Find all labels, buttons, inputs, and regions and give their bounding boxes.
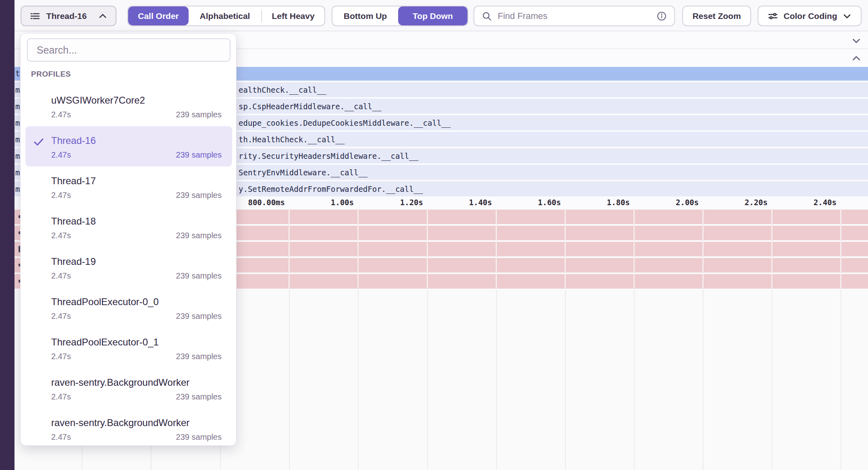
direction-toggle-group: Bottom Up Top Down: [332, 6, 468, 26]
profile-duration: 2.47s: [51, 312, 71, 321]
search-icon: [482, 11, 492, 21]
profile-samples: 239 samples: [176, 271, 222, 281]
chevron-up-icon: [98, 11, 108, 21]
frame-label-fragment: m: [15, 152, 20, 160]
profile-duration: 2.47s: [51, 433, 71, 442]
direction-option-top-down[interactable]: Top Down: [398, 6, 467, 25]
sort-option-alphabetical[interactable]: Alphabetical: [189, 6, 261, 25]
profile-name: ThreadPoolExecutor-0_1: [51, 337, 159, 348]
time-tick: 1.20s: [343, 198, 423, 207]
time-tick: 1.80s: [549, 198, 630, 207]
grid-line: [357, 209, 359, 289]
profile-item[interactable]: uWSGIWorker7Core2 2.47s 239 samples: [25, 86, 232, 126]
profile-item[interactable]: Thread-18 2.47s 239 samples: [25, 207, 232, 247]
frame-label-fragment: m: [15, 85, 20, 94]
profiles-section-label: PROFILES: [31, 70, 71, 79]
grid-line: [703, 289, 704, 470]
profile-name: Thread-18: [51, 216, 96, 227]
thread-selector-label: Thread-16: [46, 11, 87, 21]
frame-label-fragment: m: [15, 135, 20, 144]
profile-item[interactable]: ThreadPoolExecutor-0_1 2.47s 239 samples: [25, 328, 232, 368]
profile-duration: 2.47s: [51, 231, 71, 240]
grid-line: [358, 289, 359, 470]
profile-name: uWSGIWorker7Core2: [51, 95, 145, 106]
profile-duration: 2.47s: [51, 352, 71, 361]
profile-name: Thread-16: [51, 135, 96, 146]
sort-option-left-heavy[interactable]: Left Heavy: [262, 6, 324, 25]
reset-zoom-button[interactable]: Reset Zoom: [682, 6, 751, 26]
profile-item-selected[interactable]: Thread-16 2.47s 239 samples: [25, 126, 232, 166]
thread-dropdown-panel: PROFILES uWSGIWorker7Core2 2.47s 239 sam…: [20, 33, 237, 446]
color-coding-button[interactable]: Color Coding: [758, 6, 862, 26]
frame-label-fragment: m: [15, 102, 20, 111]
dropdown-search-input[interactable]: [27, 38, 230, 62]
find-frames-input[interactable]: [498, 11, 651, 21]
frame-label-fragment: m: [15, 185, 20, 193]
grid-line: [289, 209, 290, 289]
find-frames-field[interactable]: [473, 6, 675, 26]
grid-line: [496, 289, 497, 470]
time-tick: 1.60s: [480, 198, 561, 207]
profile-name: ThreadPoolExecutor-0_0: [51, 296, 159, 308]
profile-samples: 239 samples: [176, 433, 222, 442]
frame-label-fragment: m: [15, 168, 20, 177]
time-tick: 2.00s: [618, 198, 699, 207]
profile-name: Thread-19: [51, 256, 96, 267]
profile-name: raven-sentry.BackgroundWorker: [51, 417, 189, 428]
grid-line: [427, 209, 428, 289]
profile-duration: 2.47s: [51, 392, 71, 401]
profile-item[interactable]: Thread-17 2.47s 239 samples: [25, 166, 232, 207]
grid-line: [772, 289, 772, 470]
frame-label: sp.CspHeaderMiddleware.__call__: [239, 102, 382, 111]
color-coding-label: Color Coding: [784, 11, 837, 21]
profile-duration: 2.47s: [51, 110, 71, 119]
profile-samples: 239 samples: [176, 191, 222, 200]
profile-item[interactable]: ThreadPoolExecutor-0_0 2.47s 239 samples: [25, 287, 232, 328]
frame-label: rity.SecurityHeadersMiddleware.__call__: [239, 152, 418, 160]
profile-samples: 239 samples: [176, 392, 222, 401]
time-tick: 2.40s: [756, 198, 837, 207]
sort-option-call-order[interactable]: Call Order: [128, 6, 189, 25]
grid-line: [840, 209, 841, 289]
grid-line: [841, 289, 841, 470]
info-icon[interactable]: [656, 11, 667, 21]
chevron-down-icon[interactable]: [851, 35, 862, 46]
profile-item[interactable]: raven-sentry.BackgroundWorker 2.47s 239 …: [25, 408, 232, 449]
frame-label-fragment: m: [15, 119, 20, 127]
time-tick: 2.20s: [687, 198, 768, 207]
profile-samples: 239 samples: [176, 312, 222, 321]
grid-line: [633, 209, 635, 289]
frame-label: th.HealthCheck.__call__: [239, 135, 345, 144]
grid-line: [702, 209, 704, 289]
profile-item[interactable]: Thread-19 2.47s 239 samples: [25, 247, 232, 287]
time-tick: 1.00s: [273, 198, 354, 207]
profile-samples: 239 samples: [176, 150, 222, 160]
frame-label: edupe_cookies.DedupeCookiesMiddleware.__…: [239, 119, 451, 127]
profile-item[interactable]: raven-sentry.BackgroundWorker 2.47s 239 …: [25, 368, 232, 408]
direction-option-bottom-up[interactable]: Bottom Up: [332, 6, 398, 25]
sort-toggle-group: Call Order Alphabetical Left Heavy: [127, 6, 325, 26]
frame-label: SentryEnvMiddleware.__call__: [239, 168, 368, 177]
profile-name: raven-sentry.BackgroundWorker: [51, 377, 189, 388]
frame-label: y.SetRemoteAddrFromForwardedFor.__call__: [239, 185, 423, 193]
profile-samples: 239 samples: [176, 352, 222, 361]
list-icon: [29, 10, 41, 22]
chevron-up-icon[interactable]: [851, 53, 862, 64]
grid-line: [496, 209, 497, 289]
grid-line: [565, 289, 566, 470]
sliders-icon: [767, 10, 779, 22]
frame-label-fragment: t: [15, 69, 20, 78]
grid-line: [289, 289, 290, 470]
app-sidebar-edge: [0, 0, 15, 470]
thread-selector-button[interactable]: Thread-16: [21, 6, 116, 26]
checkmark-icon: [33, 136, 45, 148]
grid-line: [427, 289, 428, 470]
grid-line: [634, 289, 635, 470]
profile-duration: 2.47s: [51, 150, 71, 160]
grid-line: [565, 209, 566, 289]
profile-samples: 239 samples: [176, 110, 222, 119]
frame-label: ealthCheck.__call__: [239, 85, 326, 94]
grid-line: [771, 209, 772, 289]
profiler-toolbar: Thread-16 Call Order Alphabetical Left H…: [15, 0, 868, 31]
profile-samples: 239 samples: [176, 231, 222, 240]
